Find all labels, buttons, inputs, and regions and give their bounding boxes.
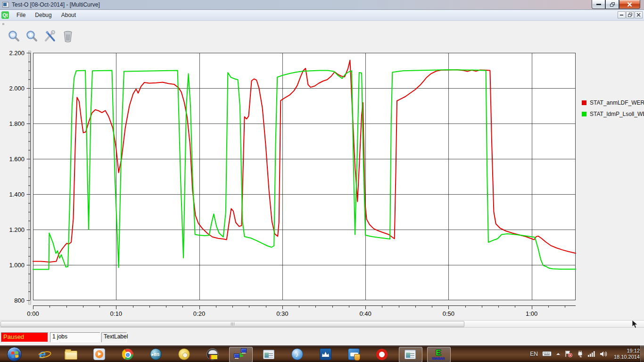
app-window-2-icon <box>405 350 416 359</box>
menu-item-file[interactable]: File <box>12 10 30 20</box>
taskbar-app-crown-app[interactable] <box>311 346 339 362</box>
taskbar-app-vmware[interactable] <box>339 346 368 362</box>
system-tray: EN 19:12 18.10.2014 <box>530 346 640 362</box>
minimize-button[interactable] <box>592 0 605 9</box>
taskbar-app-app-window[interactable] <box>255 346 283 362</box>
zoom-in-icon <box>26 30 38 44</box>
restore-button[interactable] <box>605 0 619 9</box>
cd-icon <box>178 348 190 360</box>
mdi-minimize-button[interactable] <box>618 11 626 18</box>
svg-text:1.200: 1.200 <box>9 226 25 233</box>
svg-text:1.000: 1.000 <box>9 262 25 269</box>
keyboard-icon[interactable] <box>542 351 552 357</box>
vmware-icon <box>348 348 360 360</box>
minimize-icon <box>596 4 601 5</box>
taskbar-app-network-tool[interactable] <box>226 346 255 362</box>
mdi-restore-icon <box>628 13 632 17</box>
power-plug-icon[interactable] <box>577 350 584 357</box>
legend-item: STAT_ldmP_Lsoll_WERT <box>582 108 644 120</box>
close-button[interactable] <box>619 0 640 9</box>
mdi-minimize-icon <box>620 15 623 16</box>
menu-items: FileDebugAbout <box>12 10 81 20</box>
statusbar: Paused 1 jobs TextLabel <box>0 329 644 346</box>
delete-button[interactable] <box>60 30 75 45</box>
window-title: Test-O [08-Oct-2014] - [MultiCurve] <box>12 1 100 8</box>
taskbar-app-chrome[interactable] <box>113 346 141 362</box>
taskbar-app-bsplayer[interactable]: ▸BS <box>141 346 170 362</box>
mdi-restore-button[interactable] <box>626 11 634 18</box>
taskbar-app-explorer[interactable] <box>57 346 85 362</box>
qt-logo-icon: Qt <box>1 11 9 19</box>
svg-text:0:10: 0:10 <box>110 310 122 317</box>
menu-item-debug[interactable]: Debug <box>30 10 56 20</box>
taskbar-app-opera[interactable] <box>368 346 396 362</box>
legend-item: STAT_anmLDF_WERT <box>582 97 644 108</box>
app-icon <box>2 2 9 8</box>
horizontal-scrollbar[interactable] <box>0 320 644 328</box>
svg-text:0:30: 0:30 <box>276 310 288 317</box>
legend-swatch-icon <box>582 112 586 116</box>
language-indicator[interactable]: EN <box>530 351 538 357</box>
show-desktop-button[interactable] <box>640 346 644 362</box>
battery-meter-icon <box>206 348 218 360</box>
taskbar-app-battery-meter[interactable] <box>198 346 226 362</box>
chart-region: 2.2002.0001.8001.6001.4001.2001.0008000:… <box>0 47 644 320</box>
toolbar <box>0 27 644 47</box>
taskbar-app-media-player[interactable] <box>85 346 113 362</box>
svg-text:0:00: 0:00 <box>27 310 39 317</box>
taskbar-app-cd-burner[interactable] <box>170 346 198 362</box>
app-window-icon <box>263 350 274 359</box>
status-textlabel: TextLabel <box>101 332 127 342</box>
status-jobs-field: 1 jobs <box>50 332 100 342</box>
toolbar-handle-strip <box>0 21 644 27</box>
svg-text:0:20: 0:20 <box>193 310 205 317</box>
menu-item-about[interactable]: About <box>57 10 81 20</box>
svg-text:1.800: 1.800 <box>9 120 25 127</box>
taskbar-app-app-window-2[interactable] <box>396 346 424 362</box>
tools-button[interactable] <box>42 30 58 45</box>
action-center-flag-icon[interactable] <box>565 350 572 357</box>
bsplayer-icon: ▸BS <box>150 348 162 360</box>
close-icon <box>627 2 632 7</box>
desktop: Test-O [08-Oct-2014] - [MultiCurve] Qt F… <box>0 0 644 362</box>
itunes-icon: ♪ <box>291 348 303 360</box>
svg-text:2.200: 2.200 <box>9 49 25 57</box>
svg-text:800: 800 <box>14 297 25 304</box>
mdi-window-controls <box>618 11 643 18</box>
mdi-close-icon <box>636 13 641 17</box>
windows-start-orb-icon <box>7 347 22 362</box>
opera-icon <box>376 349 388 360</box>
network-signal-icon[interactable] <box>588 351 595 357</box>
media-player-icon <box>93 348 105 360</box>
taskbar-app-diabas[interactable]: EDIABAS <box>424 346 453 362</box>
toolbar-handle[interactable] <box>2 23 4 25</box>
taskbar-apps: e▸BS♪EDIABAS <box>0 346 453 362</box>
svg-text:2.000: 2.000 <box>9 85 25 92</box>
network-tool-icon <box>234 348 247 361</box>
scrollbar-thumb[interactable] <box>0 321 464 327</box>
restore-icon <box>610 2 615 7</box>
explorer-folder-icon <box>65 351 77 360</box>
mdi-close-button[interactable] <box>635 11 643 18</box>
taskbar-app-itunes[interactable]: ♪ <box>283 346 311 362</box>
zoom-in-button[interactable] <box>25 30 40 45</box>
legend-label: STAT_ldmP_Lsoll_WERT <box>590 111 644 117</box>
svg-text:1.400: 1.400 <box>9 191 25 198</box>
chart-legend: STAT_anmLDF_WERTSTAT_ldmP_Lsoll_WERT <box>582 97 644 120</box>
start-button[interactable] <box>0 346 28 362</box>
svg-text:1:00: 1:00 <box>526 310 537 317</box>
volume-icon[interactable] <box>600 351 608 357</box>
clock-time: 19:12 <box>614 348 640 354</box>
legend-swatch-icon <box>582 100 586 105</box>
multicurve-plot[interactable]: 2.2002.0001.8001.6001.4001.2001.0008000:… <box>0 47 644 320</box>
svg-text:1.600: 1.600 <box>9 156 25 163</box>
hidden-icons-chevron-icon[interactable] <box>556 353 561 355</box>
menubar: Qt FileDebugAbout <box>0 10 644 21</box>
crown-app-icon <box>320 348 331 360</box>
svg-text:0:40: 0:40 <box>359 310 371 317</box>
tools-icon <box>44 30 56 44</box>
taskbar-app-ie[interactable]: e <box>28 346 57 362</box>
clock[interactable]: 19:12 18.10.2014 <box>614 348 640 360</box>
zoom-out-button[interactable] <box>7 30 22 45</box>
status-paused-badge: Paused <box>1 332 48 342</box>
